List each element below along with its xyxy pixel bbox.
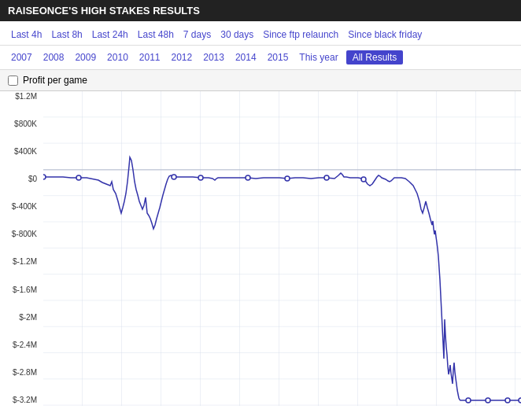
- year-filter-2012[interactable]: 2012: [168, 50, 196, 64]
- year-filter-2010[interactable]: 2010: [104, 50, 131, 64]
- time-filter-bar: Last 4hLast 8hLast 24hLast 48h7 days30 d…: [0, 21, 521, 46]
- time-filter-blackfriday[interactable]: Since black friday: [345, 28, 425, 42]
- page-title: RAISEONCE'S HIGH STAKES RESULTS: [8, 5, 200, 17]
- time-filter-ftp[interactable]: Since ftp relaunch: [260, 28, 342, 42]
- y-axis-label: $0: [3, 175, 40, 183]
- time-filter-last8h[interactable]: Last 8h: [48, 28, 85, 42]
- time-filter-last4h[interactable]: Last 4h: [8, 28, 45, 42]
- page-header: RAISEONCE'S HIGH STAKES RESULTS: [0, 0, 521, 21]
- y-axis-label: $-1.6M: [3, 286, 40, 294]
- time-filter-last24h[interactable]: Last 24h: [89, 28, 131, 42]
- data-point: [486, 398, 490, 403]
- data-point: [198, 175, 203, 180]
- y-axis-label: $-2M: [3, 314, 40, 322]
- year-filter-all-results[interactable]: All Results: [346, 50, 404, 64]
- year-filter-bar: 200720082009201020112012201320142015This…: [0, 46, 521, 70]
- year-filter-2013[interactable]: 2013: [200, 50, 227, 64]
- profit-per-game-label[interactable]: Profit per game: [23, 75, 87, 86]
- data-point: [361, 177, 366, 182]
- y-axis-label: $800K: [3, 120, 40, 128]
- data-point: [246, 175, 250, 180]
- profit-toggle-bar: Profit per game: [0, 70, 521, 91]
- profit-per-game-checkbox[interactable]: [8, 76, 18, 86]
- year-filter-2011[interactable]: 2011: [136, 50, 164, 64]
- y-axis-label: $-400K: [3, 203, 40, 211]
- y-axis-labels: $1.2M$800K$400K$0$-400K$-800K$-1.2M$-1.6…: [0, 91, 43, 406]
- data-point: [324, 175, 329, 180]
- year-filter-2009[interactable]: 2009: [72, 50, 99, 64]
- y-axis-label: $1.2M: [3, 93, 40, 101]
- year-filter-this-year[interactable]: This year: [296, 50, 341, 64]
- chart-container: $1.2M$800K$400K$0$-400K$-800K$-1.2M$-1.6…: [0, 91, 521, 406]
- y-axis-label: $-800K: [3, 230, 40, 238]
- data-point: [76, 175, 81, 180]
- svg-rect-3: [43, 91, 521, 406]
- y-axis-label: $-2.8M: [3, 369, 40, 377]
- data-point: [172, 175, 176, 179]
- chart-svg: [43, 91, 521, 406]
- data-point: [466, 398, 471, 403]
- y-axis-label: $400K: [3, 148, 40, 156]
- data-point: [285, 176, 290, 181]
- y-axis-label: $-2.4M: [3, 341, 40, 349]
- year-filter-2014[interactable]: 2014: [232, 50, 260, 64]
- year-filter-2007[interactable]: 2007: [8, 50, 35, 64]
- time-filter-last48h[interactable]: Last 48h: [135, 28, 177, 42]
- data-point: [505, 398, 510, 403]
- time-filter-7days[interactable]: 7 days: [180, 28, 214, 42]
- data-point: [43, 175, 46, 179]
- y-axis-label: $-1.2M: [3, 258, 40, 266]
- time-filter-30days[interactable]: 30 days: [217, 28, 257, 42]
- year-filter-2015[interactable]: 2015: [264, 50, 292, 64]
- y-axis-label: $-3.2M: [3, 396, 40, 404]
- year-filter-2008[interactable]: 2008: [40, 50, 68, 64]
